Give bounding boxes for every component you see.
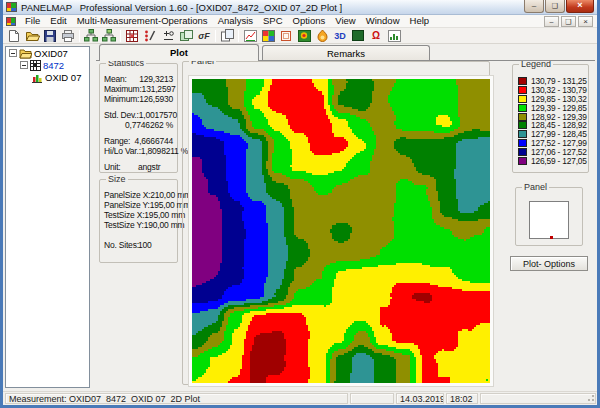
mini-panel-title: Panel — [522, 182, 549, 192]
statistics-calc-icon[interactable] — [159, 28, 177, 43]
legend-swatch — [518, 139, 527, 147]
mdi-minimize-button[interactable] — [544, 16, 559, 27]
window-close-button[interactable] — [566, 0, 594, 13]
mini-panel-groupbox: Panel — [515, 187, 583, 246]
stat-label: Mean: — [104, 74, 127, 84]
menu-item-file[interactable]: File — [20, 15, 45, 27]
tab-remarks[interactable]: Remarks — [262, 45, 430, 60]
size-value: 190,00 mm — [144, 220, 185, 230]
size-label: TestSize Y: — [104, 220, 144, 230]
site-editor-icon[interactable] — [141, 28, 159, 43]
save-icon[interactable] — [41, 28, 59, 43]
menu-item-help[interactable]: Help — [405, 15, 435, 27]
copy-icon[interactable] — [218, 28, 236, 43]
menu-bar: FileEditMulti-Measurement-OperationsAnal… — [3, 15, 597, 28]
multi-measurement-tree-icon[interactable] — [82, 28, 100, 43]
stat-value: 1,0017570 — [139, 110, 177, 120]
map-2d-icon[interactable] — [295, 28, 313, 43]
color-table-icon[interactable] — [259, 28, 277, 43]
window-minimize-button[interactable] — [524, 0, 544, 13]
sigma-f-icon[interactable]: σF — [195, 28, 213, 43]
hotspot-icon[interactable] — [313, 28, 331, 43]
tree-expander-icon[interactable] — [20, 61, 28, 69]
trend-chart-icon[interactable] — [241, 28, 259, 43]
size-value: 195,00 mm — [144, 210, 185, 220]
statistics-groupbox: Statistics Mean:129,3213 Maximum:131,259… — [99, 63, 178, 173]
status-cell-end — [480, 393, 596, 404]
print-icon[interactable] — [59, 28, 77, 43]
panel-plot-groupbox: Panel — [182, 61, 490, 385]
panel-frame-icon[interactable] — [277, 28, 295, 43]
tree-item-label[interactable]: OXID07 — [34, 48, 68, 59]
panel-grid-icon — [30, 60, 41, 71]
size-title: Size — [106, 174, 128, 184]
legend-row: 126,59 - 127,05 — [518, 156, 585, 165]
tree-item-label[interactable]: OXID 07 — [45, 72, 81, 83]
menu-item-spc[interactable]: SPC — [258, 15, 288, 27]
toolbar: σF3DΩ — [3, 28, 597, 44]
stat-value: 126,5930 — [139, 94, 173, 104]
histogram-icon[interactable] — [385, 28, 403, 43]
stat-value: 129,3213 — [139, 74, 173, 84]
tree-expander-icon[interactable] — [9, 49, 17, 57]
stat-label: Range: — [104, 136, 130, 146]
tab-plot[interactable]: Plot — [99, 44, 259, 61]
status-measurement: Measurement: OXID07_8472_OXID 07_2D Plot — [5, 393, 348, 404]
window-title: PANELMAP Professional Version 1.60 - [OX… — [21, 2, 342, 13]
legend-swatch — [518, 157, 527, 165]
status-date: 14.03.2019 — [396, 393, 444, 404]
status-bar: Measurement: OXID07_8472_OXID 07_2D Plot… — [3, 391, 597, 405]
menu-item-options[interactable]: Options — [288, 15, 331, 27]
mdi-buttons — [542, 16, 593, 27]
menu-item-analysis[interactable]: Analysis — [213, 15, 258, 27]
view-3d-icon[interactable]: 3D — [331, 28, 349, 43]
tree-item-label[interactable]: 8472 — [43, 60, 64, 71]
menu-item-multi-measurement-operations[interactable]: Multi-Measurement-Operations — [72, 15, 213, 27]
legend-swatch — [518, 77, 527, 85]
menu-item-view[interactable]: View — [330, 15, 360, 27]
measurement-tree-panel[interactable]: OXID078472OXID 07 — [5, 46, 90, 388]
menu-item-window[interactable]: Window — [361, 15, 405, 27]
mdi-restore-button[interactable] — [561, 16, 576, 27]
size-label: PanelSize Y: — [104, 200, 150, 210]
toolbar-separator — [215, 30, 216, 42]
title-bar: PANELMAP Professional Version 1.60 - [OX… — [3, 0, 597, 15]
toolbar-separator — [120, 30, 121, 42]
caption-buttons — [523, 0, 594, 13]
mdi-close-button[interactable] — [578, 16, 593, 27]
legend-groupbox: Legend 130,79 - 131,25130,32 - 130,79129… — [512, 64, 589, 173]
contour-canvas[interactable] — [192, 79, 490, 383]
measurement-chart-icon — [31, 72, 43, 83]
legend-swatch — [518, 121, 527, 129]
open-folder-icon[interactable] — [23, 28, 41, 43]
size-label: TestSize X: — [104, 210, 144, 220]
stat-label: Hi/Lo Var.: — [104, 146, 141, 156]
multi-measurement-link-icon[interactable] — [100, 28, 118, 43]
panel-editor-icon[interactable] — [123, 28, 141, 43]
stat-value: 0,7746262 % — [125, 120, 173, 130]
menu-item-edit[interactable]: Edit — [45, 15, 71, 27]
content-area: OXID078472OXID 07 Plot Remarks Statistic… — [3, 44, 597, 394]
legend-swatch — [518, 130, 527, 138]
legend-swatch — [518, 148, 527, 156]
stat-value: angstr — [138, 162, 160, 172]
app-icon — [6, 2, 17, 12]
tree-item-oxid07[interactable]: OXID07 — [6, 47, 89, 59]
tree-item-8472[interactable]: 8472 — [6, 59, 89, 71]
plot-options-button[interactable]: Plot- Options — [510, 256, 588, 271]
resize-grip-icon[interactable] — [586, 394, 595, 403]
legend-swatch — [518, 113, 527, 121]
app-window: PANELMAP Professional Version 1.60 - [OX… — [0, 0, 600, 408]
size-label: PanelSize X: — [104, 190, 150, 200]
menu-items: FileEditMulti-Measurement-OperationsAnal… — [20, 15, 434, 27]
toolbar-separator — [79, 30, 80, 42]
panel-fill-icon[interactable] — [349, 28, 367, 43]
omega-analysis-icon[interactable]: Ω — [367, 28, 385, 43]
panel-copy-icon[interactable] — [177, 28, 195, 43]
legend-swatch — [518, 95, 527, 103]
new-document-icon[interactable] — [5, 28, 23, 43]
tree-item-oxid-07[interactable]: OXID 07 — [6, 71, 89, 83]
legend-label: 126,59 - 127,05 — [531, 156, 587, 166]
site-marker-dot — [550, 236, 553, 239]
window-maximize-button[interactable] — [545, 0, 565, 13]
